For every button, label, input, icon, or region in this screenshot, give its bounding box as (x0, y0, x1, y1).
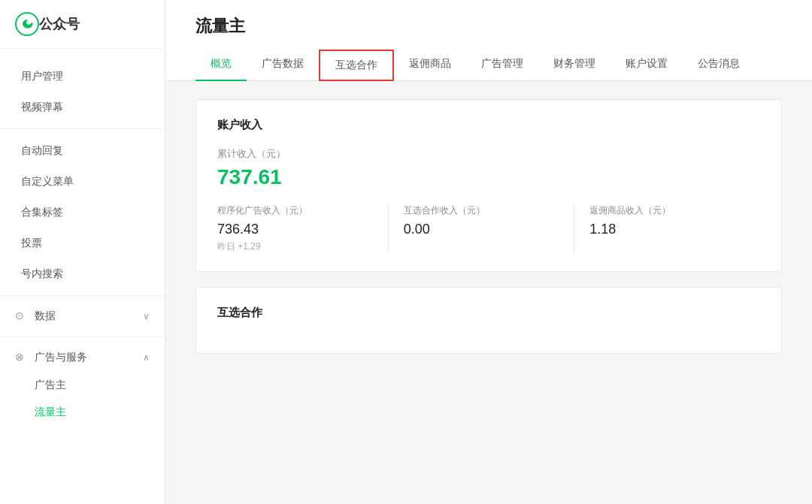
income-item-programmatic-sub: 昨日 +1.29 (217, 240, 373, 253)
sidebar-group-data-label: 数据 (35, 309, 56, 323)
sidebar-item-video-popup[interactable]: 视频弹幕 (0, 92, 165, 122)
income-item-rebate-goods-value: 1.18 (589, 222, 745, 237)
sidebar-item-advertiser[interactable]: 广告主 (0, 372, 165, 399)
sidebar-item-collection-tag[interactable]: 合集标签 (0, 197, 165, 228)
clock-icon: ⊙ (15, 309, 29, 323)
income-breakdown: 程序化广告收入（元） 736.43 昨日 +1.29 互选合作收入（元） 0.0… (217, 204, 760, 253)
content-area: 账户收入 累计收入（元） 737.61 程序化广告收入（元） 736.43 昨日… (165, 81, 812, 504)
sidebar-item-vote[interactable]: 投票 (0, 228, 165, 258)
income-item-programmatic-label: 程序化广告收入（元） (217, 204, 373, 217)
income-total-label: 累计收入（元） (217, 147, 760, 161)
tab-account-settings[interactable]: 账户设置 (611, 50, 683, 81)
main-content: 流量主 概览 广告数据 互选合作 返佣商品 广告管理 财务管理 账户设置 公告消… (165, 0, 812, 504)
income-total-value: 737.61 (217, 165, 760, 189)
sidebar-item-auto-reply[interactable]: 自动回复 (0, 135, 165, 166)
income-item-rebate-goods-label: 返佣商品收入（元） (589, 204, 745, 217)
tab-mutual-coop[interactable]: 互选合作 (319, 50, 394, 81)
tab-nav: 概览 广告数据 互选合作 返佣商品 广告管理 财务管理 账户设置 公告消息 (195, 50, 782, 80)
page-title: 流量主 (195, 15, 782, 38)
tab-overview[interactable]: 概览 (195, 50, 247, 81)
nav-divider-2 (0, 295, 165, 296)
income-item-programmatic-value: 736.43 (217, 222, 373, 237)
mutual-coop-card-title: 互选合作 (217, 306, 760, 320)
nav-divider-1 (0, 128, 165, 129)
sidebar-group-data[interactable]: ⊙ 数据 ∨ (0, 302, 165, 330)
chevron-up-icon: ∧ (143, 352, 150, 363)
income-card: 账户收入 累计收入（元） 737.61 程序化广告收入（元） 736.43 昨日… (195, 99, 782, 272)
sidebar: 公众号 用户管理 视频弹幕 自动回复 自定义菜单 合集标签 投票 号内搜索 ⊙ … (0, 0, 165, 504)
compass-icon: ⊗ (15, 351, 29, 364)
tab-ad-mgmt[interactable]: 广告管理 (466, 50, 538, 81)
tab-finance-mgmt[interactable]: 财务管理 (538, 50, 611, 81)
income-item-programmatic: 程序化广告收入（元） 736.43 昨日 +1.29 (217, 204, 389, 253)
income-item-mutual-coop-value: 0.00 (404, 222, 559, 237)
nav-divider-3 (0, 337, 165, 337)
sidebar-group-ad-service[interactable]: ⊗ 广告与服务 ∧ (0, 343, 165, 372)
tab-rebate-goods[interactable]: 返佣商品 (394, 50, 466, 81)
sidebar-group-ad-service-label: 广告与服务 (35, 351, 87, 364)
page-header: 流量主 概览 广告数据 互选合作 返佣商品 广告管理 财务管理 账户设置 公告消… (165, 0, 812, 81)
sidebar-item-custom-menu[interactable]: 自定义菜单 (0, 166, 165, 197)
tab-ad-data[interactable]: 广告数据 (247, 50, 319, 81)
chevron-down-icon: ∨ (143, 311, 150, 321)
sidebar-nav: 用户管理 视频弹幕 自动回复 自定义菜单 合集标签 投票 号内搜索 ⊙ 数据 ∨… (0, 49, 165, 504)
sidebar-item-user-mgmt[interactable]: 用户管理 (0, 61, 165, 92)
mutual-coop-card: 互选合作 (195, 287, 782, 354)
sidebar-item-inner-search[interactable]: 号内搜索 (0, 258, 165, 289)
income-item-mutual-coop-label: 互选合作收入（元） (404, 204, 559, 217)
logo-icon (15, 12, 39, 36)
sidebar-item-traffic-owner[interactable]: 流量主 (0, 399, 165, 426)
income-card-title: 账户收入 (217, 118, 760, 132)
logo-area: 公众号 (0, 0, 165, 49)
income-item-rebate-goods: 返佣商品收入（元） 1.18 (589, 204, 760, 253)
income-item-mutual-coop: 互选合作收入（元） 0.00 (404, 204, 575, 253)
logo-text: 公众号 (39, 15, 80, 33)
tab-announcements[interactable]: 公告消息 (683, 50, 755, 81)
